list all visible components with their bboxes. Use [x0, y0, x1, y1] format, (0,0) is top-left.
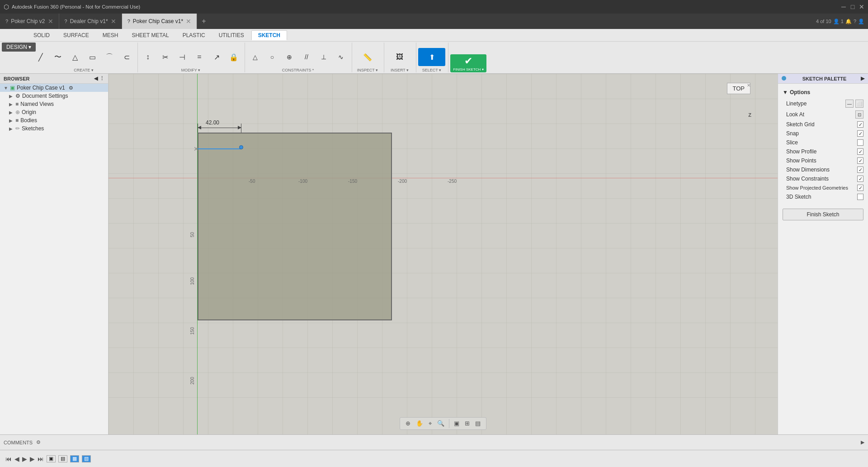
tab-poker-chip-case[interactable]: ? Poker Chip Case v1* ✕	[122, 14, 198, 29]
snap-checkbox[interactable]	[857, 130, 863, 137]
select-tool[interactable]: ⬆	[418, 48, 445, 66]
show-points-checkbox[interactable]	[857, 157, 863, 164]
tangent-tool[interactable]: ∿	[333, 48, 349, 66]
play-back-button[interactable]: ◀	[14, 455, 19, 462]
minimize-button[interactable]: ─	[841, 4, 846, 10]
parallel-tool[interactable]: //	[298, 48, 315, 66]
rectangle-tool[interactable]: ▭	[84, 48, 100, 66]
maximize-button[interactable]: □	[850, 4, 855, 10]
linetype-controls: — ⬜	[845, 100, 863, 108]
palette-collapse-icon[interactable]: ▶	[861, 76, 864, 81]
display-settings-button[interactable]: ▣	[452, 419, 461, 428]
concentric-tool[interactable]: ⊕	[281, 48, 297, 66]
slice-checkbox[interactable]	[857, 139, 863, 146]
look-at-button[interactable]: ⊡	[855, 110, 863, 119]
axis-num-v-100: 100	[190, 277, 195, 285]
browser-item-root[interactable]: ▼ ▣ Poker Chip Case v1 ⚙	[0, 84, 108, 92]
play-forward-button[interactable]: ▶	[30, 455, 35, 462]
tab-close-button[interactable]: ✕	[111, 18, 116, 25]
constraints-group: △ ○ ⊕ // ⊥ ∿ CONSTRAINTS *	[246, 43, 352, 72]
browser-item-bodies[interactable]: ▶ ■ Bodies	[0, 116, 108, 124]
project-tool[interactable]: ↕	[140, 48, 156, 66]
user-icon[interactable]: 👤	[858, 19, 864, 24]
mirror-tool[interactable]: =	[191, 48, 208, 66]
finish-sketch-tool[interactable]: ✔ FINISH SKETCH ▾	[450, 54, 486, 72]
menu-tab-surface[interactable]: SURFACE	[57, 31, 95, 40]
browser-panel: BROWSER ◀ ⋮ ▼ ▣ Poker Chip Case v1 ⚙ ▶ ⚙…	[0, 74, 108, 434]
arc-tool[interactable]: ⌒	[101, 48, 118, 66]
orbit-button[interactable]: ⊕	[404, 419, 412, 428]
browser-item-named-views[interactable]: ▶ ■ Named Views	[0, 100, 108, 108]
appearance-settings-button[interactable]: ▤	[473, 419, 482, 428]
menu-tab-sheet-metal[interactable]: SHEET METAL	[125, 31, 175, 40]
lock-tool[interactable]: 🔒	[226, 48, 242, 66]
settings-icon: ⚙	[15, 93, 20, 99]
browser-item-sketches[interactable]: ▶ ✏ Sketches	[0, 124, 108, 133]
timeline-icon-2[interactable]: ▤	[58, 455, 67, 462]
close-button[interactable]: ✕	[859, 4, 864, 10]
collinear-tool[interactable]: ○	[264, 48, 280, 66]
browser-options-icon[interactable]: ⋮	[99, 76, 104, 81]
spline-tool[interactable]: 〜	[50, 48, 66, 66]
design-button[interactable]: DESIGN ▾	[2, 43, 36, 52]
show-projected-label: Show Projected Geometries	[786, 185, 857, 191]
show-constraints-checkbox[interactable]	[857, 176, 863, 182]
inspect-tools: 📏	[354, 48, 381, 66]
tab-label: Dealer Chip v1*	[70, 18, 108, 24]
extend-tool[interactable]: ⊣	[174, 48, 190, 66]
help-icon[interactable]: ?	[854, 19, 856, 24]
timeline-icon-1[interactable]: ▣	[47, 455, 56, 462]
insert-image-tool[interactable]: 🖼	[386, 48, 413, 66]
offset-curve-tool[interactable]: ↗	[208, 48, 225, 66]
offset-tool[interactable]: ⊂	[118, 48, 135, 66]
comments-collapse-icon[interactable]: ▶	[861, 439, 864, 445]
play-end-button[interactable]: ⏭	[38, 455, 44, 462]
coincident-tool[interactable]: △	[247, 48, 263, 66]
show-profile-checkbox[interactable]	[857, 148, 863, 155]
timeline-icon-4[interactable]: ▧	[82, 455, 91, 462]
perpendicular-tool[interactable]: ⊥	[316, 48, 332, 66]
palette-title: SKETCH PALETTE	[802, 76, 847, 81]
comments-options-icon[interactable]: ⚙	[36, 439, 41, 445]
linetype-dash-button[interactable]: ⬜	[855, 100, 863, 108]
sketch-grid-checkbox[interactable]	[857, 121, 863, 128]
menu-tab-solid[interactable]: SOLID	[27, 31, 56, 40]
zoom-fit-button[interactable]: ⌖	[427, 419, 434, 428]
play-beginning-button[interactable]: ⏮	[5, 455, 12, 462]
polyline-tool[interactable]: △	[67, 48, 83, 66]
measure-tool[interactable]: 📏	[354, 48, 381, 66]
menu-tab-sketch[interactable]: SKETCH	[251, 30, 287, 40]
play-button[interactable]: ▶	[22, 455, 27, 462]
linetype-solid-button[interactable]: —	[845, 100, 854, 108]
tab-add-button[interactable]: +	[197, 14, 210, 29]
dim-arrow-right	[238, 126, 241, 129]
show-dimensions-label: Show Dimensions	[786, 167, 857, 173]
tab-close-button[interactable]: ✕	[186, 18, 191, 25]
finish-sketch-button[interactable]: Finish Sketch	[783, 209, 863, 220]
tab-dealer-chip[interactable]: ? Dealer Chip v1* ✕	[59, 14, 122, 29]
timeline-icon-3[interactable]: ▦	[70, 455, 79, 462]
menu-tab-mesh[interactable]: MESH	[96, 31, 125, 40]
trim-tool[interactable]: ✂	[157, 48, 173, 66]
zoom-window-button[interactable]: 🔍	[435, 419, 446, 428]
3d-sketch-label: 3D Sketch	[786, 194, 857, 200]
options-section-header[interactable]: ▼ Options	[783, 88, 863, 96]
menu-tab-utilities[interactable]: UTILITIES	[212, 31, 250, 40]
3d-sketch-checkbox[interactable]	[857, 194, 863, 200]
pan-button[interactable]: ✋	[414, 419, 425, 428]
show-projected-checkbox[interactable]	[857, 185, 863, 191]
sketch-palette-panel: SKETCH PALETTE ▶ ▼ Options Linetype — ⬜	[778, 74, 868, 434]
viewport-label-close[interactable]: ✕	[747, 83, 750, 86]
notification-icon[interactable]: 🔔	[845, 19, 852, 24]
project-icon: ↕	[146, 53, 150, 61]
grid-settings-button[interactable]: ⊞	[463, 419, 472, 428]
browser-collapse-icon[interactable]: ◀	[94, 76, 98, 81]
settings-icon[interactable]: ⚙	[69, 85, 73, 91]
tab-poker-chip[interactable]: ? Poker Chip v2 ✕	[0, 14, 59, 29]
menu-tab-plastic[interactable]: PLASTIC	[176, 31, 212, 40]
show-dimensions-checkbox[interactable]	[857, 167, 863, 173]
tab-close-button[interactable]: ✕	[48, 18, 53, 25]
canvas-area[interactable]: ✕ 42.00 -50 -100 -150 -200 -250 50 100 1…	[108, 74, 778, 434]
browser-item-origin[interactable]: ▶ ⊕ Origin	[0, 108, 108, 116]
browser-item-doc-settings[interactable]: ▶ ⚙ Document Settings	[0, 92, 108, 100]
